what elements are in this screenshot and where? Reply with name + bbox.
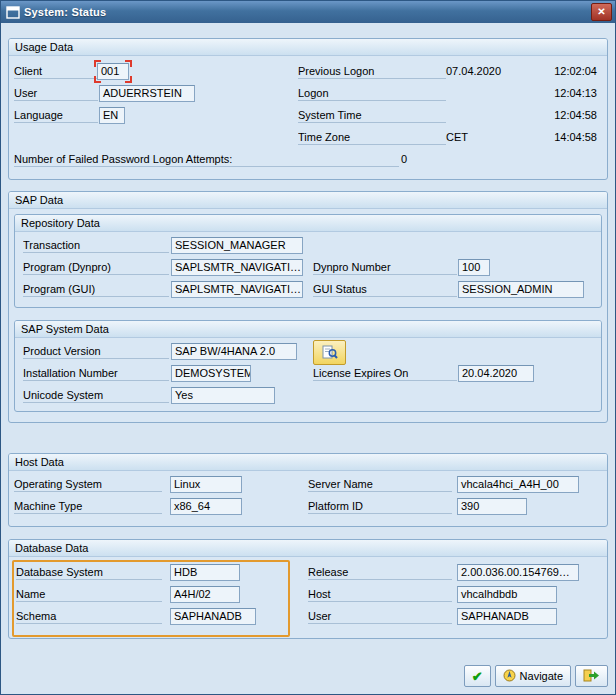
db-host-field[interactable]: vhcalhdbdb <box>457 586 557 603</box>
form-row: Database System HDB Release 2.00.036.00.… <box>9 564 607 582</box>
form-row: Operating System Linux Server Name vhcal… <box>9 476 607 494</box>
platform-id-label: Platform ID <box>308 499 452 514</box>
system-status-dialog: System: Status ✕ Usage Data Client 001 P… <box>0 0 616 695</box>
dialog-icon <box>6 6 20 19</box>
database-system-label: Database System <box>16 565 162 580</box>
database-data-group: Database Data Database System HDB Releas… <box>8 539 608 639</box>
database-data-title: Database Data <box>9 540 607 557</box>
host-data-group: Host Data Operating System Linux Server … <box>8 453 608 527</box>
transaction-label: Transaction <box>23 238 169 253</box>
form-row: Name A4H/02 Host vhcalhdbdb <box>9 586 607 604</box>
failed-attempts-label: Number of Failed Password Logon Attempts… <box>14 152 399 167</box>
db-user-label: User <box>308 609 452 624</box>
window-title: System: Status <box>24 6 591 18</box>
previous-logon-label: Previous Logon <box>298 64 446 79</box>
product-version-field[interactable]: SAP BW/4HANA 2.0 <box>171 343 297 360</box>
form-row: Installation Number DEMOSYSTEM License E… <box>15 365 601 383</box>
repository-data-title: Repository Data <box>15 215 601 232</box>
product-version-label: Product Version <box>23 344 169 359</box>
system-time-label: System Time <box>298 108 446 123</box>
focus-corner <box>125 76 132 83</box>
repository-data-group: Repository Data Transaction SESSION_MANA… <box>14 214 602 308</box>
focus-corner <box>94 76 101 83</box>
gui-status-field[interactable]: SESSION_ADMIN <box>458 281 584 298</box>
footer-toolbar: ✔ Navigate <box>464 665 608 687</box>
product-version-details-button[interactable] <box>313 340 346 365</box>
form-row: Language EN System Time 12:04:58 <box>9 107 607 125</box>
machine-type-field[interactable]: x86_64 <box>170 498 242 515</box>
navigate-button[interactable]: Navigate <box>495 665 571 687</box>
form-row: Time Zone CET 14:04:58 <box>9 129 607 147</box>
db-user-field[interactable]: SAPHANADB <box>457 608 557 625</box>
server-name-field[interactable]: vhcala4hci_A4H_00 <box>457 476 579 493</box>
installation-number-label: Installation Number <box>23 366 169 381</box>
form-row: Program (Dynpro) SAPLSMTR_NAVIGATI… Dynp… <box>15 259 601 277</box>
dynpro-number-field[interactable]: 100 <box>458 259 490 276</box>
program-gui-label: Program (GUI) <box>23 282 169 297</box>
user-field[interactable]: ADUERRSTEIN <box>99 85 195 102</box>
transaction-field[interactable]: SESSION_MANAGER <box>171 237 303 254</box>
program-gui-field[interactable]: SAPLSMTR_NAVIGATI… <box>171 281 303 298</box>
previous-logon-date: 07.04.2020 <box>446 65 501 77</box>
installation-number-field[interactable]: DEMOSYSTEM <box>171 365 251 382</box>
platform-id-field[interactable]: 390 <box>457 498 527 515</box>
exit-button[interactable] <box>575 665 608 687</box>
form-row: Machine Type x86_64 Platform ID 390 <box>9 498 607 516</box>
system-time-value: 12:04:58 <box>554 109 597 121</box>
continue-button[interactable]: ✔ <box>464 665 491 687</box>
previous-logon-time: 12:02:04 <box>554 65 597 77</box>
user-label: User <box>14 86 98 101</box>
license-expires-field[interactable]: 20.04.2020 <box>458 365 534 382</box>
database-system-field[interactable]: HDB <box>170 564 240 581</box>
logon-label: Logon <box>298 86 446 101</box>
form-row: Number of Failed Password Logon Attempts… <box>9 151 607 169</box>
logon-time: 12:04:13 <box>554 87 597 99</box>
license-expires-label: License Expires On <box>313 366 457 381</box>
server-name-label: Server Name <box>308 477 452 492</box>
form-row: Unicode System Yes <box>15 387 601 405</box>
details-magnifier-icon <box>322 345 338 361</box>
db-host-label: Host <box>308 587 452 602</box>
exit-icon <box>583 669 600 684</box>
form-row: Transaction SESSION_MANAGER <box>15 237 601 255</box>
gui-status-label: GUI Status <box>313 282 457 297</box>
dynpro-number-label: Dynpro Number <box>313 260 457 275</box>
form-row: Client 001 Previous Logon 07.04.2020 12:… <box>9 63 607 81</box>
time-zone-time: 14:04:58 <box>554 131 597 143</box>
time-zone-value: CET <box>446 131 468 143</box>
sap-system-data-title: SAP System Data <box>15 321 601 338</box>
operating-system-label: Operating System <box>14 477 162 492</box>
db-schema-label: Schema <box>16 609 162 624</box>
unicode-system-field[interactable]: Yes <box>171 387 275 404</box>
db-schema-field[interactable]: SAPHANADB <box>170 608 256 625</box>
language-label: Language <box>14 108 98 123</box>
usage-data-group: Usage Data Client 001 Previous Logon 07.… <box>8 38 608 180</box>
unicode-system-label: Unicode System <box>23 388 169 403</box>
close-button[interactable]: ✕ <box>591 3 612 21</box>
operating-system-field[interactable]: Linux <box>170 476 242 493</box>
release-label: Release <box>308 565 452 580</box>
client-focus-frame: 001 <box>97 63 129 80</box>
release-field[interactable]: 2.00.036.00.154769… <box>457 564 579 581</box>
check-icon: ✔ <box>472 670 483 683</box>
client-label: Client <box>14 64 98 79</box>
usage-data-title: Usage Data <box>9 39 607 56</box>
sap-system-data-group: SAP System Data Product Version SAP BW/4… <box>14 320 602 412</box>
db-name-field[interactable]: A4H/02 <box>170 586 240 603</box>
form-row: Schema SAPHANADB User SAPHANADB <box>9 608 607 626</box>
focus-corner <box>125 60 132 67</box>
host-data-title: Host Data <box>9 454 607 471</box>
program-dynpro-field[interactable]: SAPLSMTR_NAVIGATI… <box>171 259 303 276</box>
machine-type-label: Machine Type <box>14 499 162 514</box>
sap-data-group: SAP Data Repository Data Transaction SES… <box>8 191 608 423</box>
title-bar[interactable]: System: Status ✕ <box>1 1 615 23</box>
db-name-label: Name <box>16 587 162 602</box>
program-dynpro-label: Program (Dynpro) <box>23 260 169 275</box>
navigate-label: Navigate <box>520 670 563 682</box>
form-row: User ADUERRSTEIN Logon 12:04:13 <box>9 85 607 103</box>
focus-corner <box>94 60 101 67</box>
failed-attempts-value: 0 <box>401 153 407 165</box>
navigate-icon <box>503 669 516 684</box>
close-icon: ✕ <box>597 7 605 17</box>
language-field[interactable]: EN <box>99 107 125 124</box>
